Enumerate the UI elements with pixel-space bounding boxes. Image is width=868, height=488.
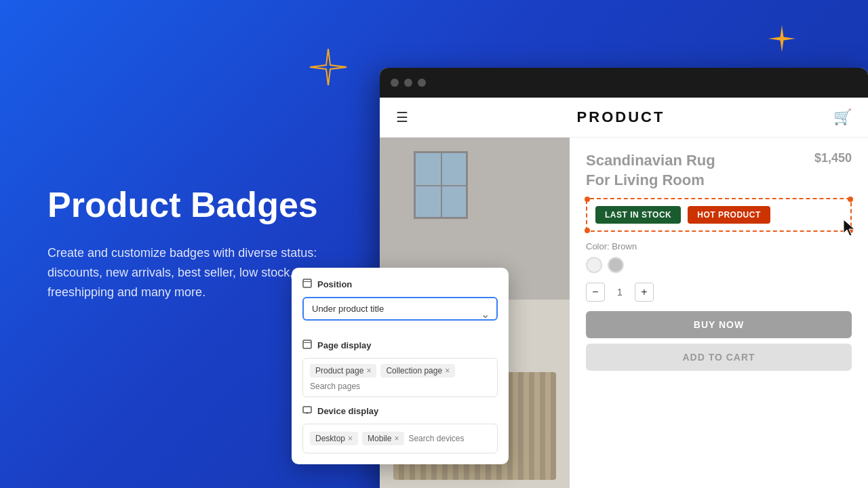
badge-corner-tl: [585, 197, 590, 202]
page-display-label: Page display: [317, 340, 371, 350]
product-title-price-row: Scandinavian Rug For Living Room $1,450: [586, 151, 852, 190]
page-display-header: Page display: [302, 340, 498, 351]
device-display-tags[interactable]: Desktop × Mobile ×: [302, 424, 498, 453]
position-select[interactable]: Under product title: [302, 297, 498, 321]
position-icon: [302, 279, 312, 290]
tag-collection-page[interactable]: Collection page ×: [380, 364, 455, 378]
page-display-icon: [302, 340, 312, 351]
store-name: PRODUCT: [577, 108, 665, 126]
page-description: Create and customize badges with diverse…: [47, 243, 319, 302]
hamburger-icon[interactable]: ☰: [396, 109, 408, 125]
badge-corner-bl: [585, 228, 590, 233]
tag-product-page-close[interactable]: ×: [366, 367, 371, 375]
device-display-icon: [302, 405, 312, 417]
settings-panel: Position Under product title Page displa…: [292, 268, 509, 464]
color-swatch-white[interactable]: [586, 257, 602, 273]
product-price: $1,450: [814, 151, 852, 165]
browser-dot-yellow: [404, 79, 412, 87]
add-to-cart-button[interactable]: ADD TO CART: [586, 344, 852, 371]
color-swatches: [586, 257, 852, 273]
page-display-tags[interactable]: Product page × Collection page ×: [302, 358, 498, 397]
store-header: ☰ PRODUCT 🛒: [380, 98, 868, 138]
buy-now-button[interactable]: BUY NOW: [586, 311, 852, 338]
tag-desktop-close[interactable]: ×: [348, 434, 353, 443]
star-decoration-right: [767, 24, 797, 56]
color-label: Color: Brown: [586, 241, 852, 251]
tag-mobile-close[interactable]: ×: [394, 434, 399, 443]
page-title: Product Badges: [47, 186, 319, 224]
tag-mobile[interactable]: Mobile ×: [362, 432, 404, 445]
color-section: Color: Brown: [586, 241, 852, 273]
device-search-input[interactable]: [408, 434, 490, 443]
svg-rect-0: [303, 279, 311, 287]
position-section-header: Position: [302, 279, 498, 290]
badge-hot-product: HOT PRODUCT: [688, 206, 770, 224]
tag-product-page[interactable]: Product page ×: [310, 364, 376, 378]
room-window: [414, 151, 468, 219]
product-title: Scandinavian Rug For Living Room: [586, 151, 735, 190]
svg-rect-2: [303, 340, 311, 348]
tag-collection-page-close[interactable]: ×: [445, 367, 450, 375]
browser-bar: [380, 68, 868, 98]
svg-rect-4: [303, 407, 311, 413]
product-details: Scandinavian Rug For Living Room $1,450 …: [570, 138, 868, 488]
device-display-header: Device display: [302, 405, 498, 417]
badge-container: LAST IN STOCK HOT PRODUCT: [586, 198, 852, 232]
cart-icon[interactable]: 🛒: [833, 108, 852, 126]
star-decoration-top: [309, 47, 348, 89]
device-display-label: Device display: [317, 406, 378, 416]
badge-corner-tr: [848, 197, 853, 202]
cursor-pointer: [841, 218, 860, 243]
quantity-value: 1: [613, 287, 627, 298]
color-swatch-gray[interactable]: [608, 257, 624, 273]
browser-dot-green: [418, 79, 426, 87]
tag-desktop[interactable]: Desktop ×: [310, 432, 358, 445]
page-search-input[interactable]: [310, 382, 490, 391]
position-select-wrapper[interactable]: Under product title: [302, 297, 498, 330]
quantity-row: − 1 +: [586, 283, 852, 302]
badge-last-in-stock: LAST IN STOCK: [595, 206, 681, 224]
quantity-decrease-button[interactable]: −: [586, 283, 605, 302]
quantity-increase-button[interactable]: +: [635, 283, 654, 302]
browser-dot-red: [391, 79, 399, 87]
position-label: Position: [317, 279, 352, 289]
